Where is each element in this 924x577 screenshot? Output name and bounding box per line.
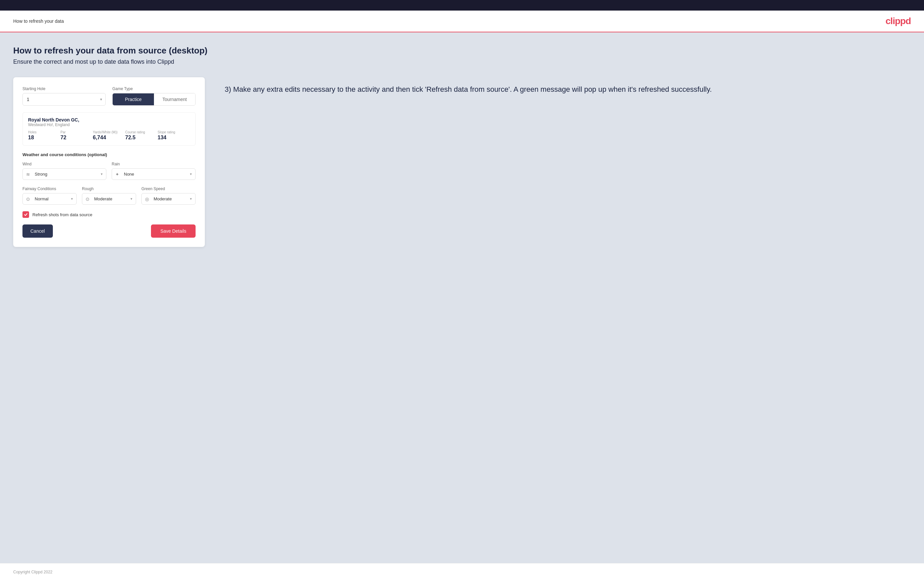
chevron-down-icon: ▾ — [190, 172, 192, 176]
starting-hole-label: Starting Hole — [23, 87, 106, 91]
rough-value: Moderate — [94, 197, 112, 201]
green-speed-field-group: Green Speed ◎ Moderate ▾ — [141, 187, 195, 205]
game-type-row: Starting Hole 1 ▾ Game Type Practice Tou… — [23, 87, 195, 106]
header-title: How to refresh your data — [13, 18, 64, 24]
chevron-down-icon: ▾ — [101, 172, 103, 176]
course-name: Royal North Devon GC, — [28, 117, 190, 122]
course-stat-yards: Yards/White (M)) 6,744 — [93, 131, 125, 140]
tournament-button[interactable]: Tournament — [154, 93, 195, 105]
game-type-toggle: Practice Tournament — [112, 93, 195, 106]
main-content: How to refresh your data from source (de… — [0, 32, 924, 563]
green-speed-dropdown[interactable]: ◎ Moderate ▾ — [141, 193, 195, 205]
game-type-label: Game Type — [112, 87, 195, 91]
green-icon: ◎ — [145, 197, 149, 202]
rain-dropdown[interactable]: ✦ None ▾ — [111, 168, 195, 180]
chevron-down-icon: ▾ — [71, 197, 73, 201]
copyright-text: Copyright Clippd 2022 — [13, 570, 53, 574]
instruction-panel: 3) Make any extra edits necessary to the… — [225, 77, 911, 95]
logo: clippd — [886, 16, 911, 26]
starting-hole-value: 1 — [27, 97, 29, 102]
rain-value: None — [124, 172, 134, 177]
game-type-section: Game Type Practice Tournament — [112, 87, 195, 106]
cancel-button[interactable]: Cancel — [23, 224, 53, 238]
wind-label: Wind — [23, 162, 107, 166]
wind-dropdown[interactable]: ≋ Strong ▾ — [23, 168, 107, 180]
course-rating-label: Course rating — [125, 131, 158, 134]
save-button[interactable]: Save Details — [151, 224, 195, 238]
fairway-dropdown[interactable]: ⊙ Normal ▾ — [23, 193, 77, 205]
chevron-down-icon: ▾ — [131, 197, 132, 201]
par-label: Par — [60, 131, 93, 134]
course-info-box: Royal North Devon GC, Westward Ho!, Engl… — [23, 112, 195, 145]
content-area: Starting Hole 1 ▾ Game Type Practice Tou… — [13, 77, 911, 247]
form-panel: Starting Hole 1 ▾ Game Type Practice Tou… — [13, 77, 205, 247]
wind-rain-row: Wind ≋ Strong ▾ Rain ✦ None ▾ — [23, 162, 195, 180]
practice-button[interactable]: Practice — [113, 93, 154, 105]
chevron-down-icon: ▾ — [190, 197, 192, 201]
rough-icon: ⊙ — [86, 197, 89, 202]
footer: Copyright Clippd 2022 — [0, 563, 924, 577]
holes-label: Holes — [28, 131, 60, 134]
par-value: 72 — [60, 135, 93, 140]
starting-hole-section: Starting Hole 1 ▾ — [23, 87, 106, 106]
course-stats: Holes 18 Par 72 Yards/White (M)) 6,744 C… — [28, 131, 190, 140]
wind-icon: ≋ — [26, 172, 30, 177]
refresh-checkbox-row: Refresh shots from data source — [23, 211, 195, 218]
form-actions: Cancel Save Details — [23, 224, 195, 238]
slope-label: Slope rating — [158, 131, 190, 134]
rain-field-group: Rain ✦ None ▾ — [111, 162, 195, 180]
weather-section-title: Weather and course conditions (optional) — [23, 152, 195, 157]
course-stat-holes: Holes 18 — [28, 131, 60, 140]
rough-label: Rough — [82, 187, 136, 191]
yards-value: 6,744 — [93, 135, 125, 140]
course-stat-course-rating: Course rating 72.5 — [125, 131, 158, 140]
refresh-checkbox[interactable] — [23, 211, 29, 218]
green-speed-label: Green Speed — [141, 187, 195, 191]
fairway-value: Normal — [35, 197, 48, 201]
page-title: How to refresh your data from source (de… — [13, 45, 911, 56]
slope-value: 134 — [158, 135, 190, 140]
yards-label: Yards/White (M)) — [93, 131, 125, 134]
rain-icon: ✦ — [115, 172, 119, 177]
chevron-down-icon: ▾ — [100, 97, 102, 102]
header: How to refresh your data clippd — [0, 11, 924, 32]
fairway-label: Fairway Conditions — [23, 187, 77, 191]
refresh-checkbox-label: Refresh shots from data source — [32, 212, 92, 217]
green-speed-value: Moderate — [153, 197, 172, 201]
course-rating-value: 72.5 — [125, 135, 158, 140]
page-subtitle: Ensure the correct and most up to date d… — [13, 58, 911, 65]
wind-value: Strong — [35, 172, 47, 177]
rain-label: Rain — [111, 162, 195, 166]
holes-value: 18 — [28, 135, 60, 140]
starting-hole-select[interactable]: 1 ▾ — [23, 93, 106, 106]
course-stat-par: Par 72 — [60, 131, 93, 140]
course-stat-slope: Slope rating 134 — [158, 131, 190, 140]
fairway-field-group: Fairway Conditions ⊙ Normal ▾ — [23, 187, 77, 205]
conditions-row-2: Fairway Conditions ⊙ Normal ▾ Rough ⊙ Mo… — [23, 187, 195, 205]
wind-field-group: Wind ≋ Strong ▾ — [23, 162, 107, 180]
rough-dropdown[interactable]: ⊙ Moderate ▾ — [82, 193, 136, 205]
rough-field-group: Rough ⊙ Moderate ▾ — [82, 187, 136, 205]
instruction-text: 3) Make any extra edits necessary to the… — [225, 84, 911, 95]
fairway-icon: ⊙ — [26, 197, 30, 202]
course-location: Westward Ho!, England — [28, 122, 190, 127]
